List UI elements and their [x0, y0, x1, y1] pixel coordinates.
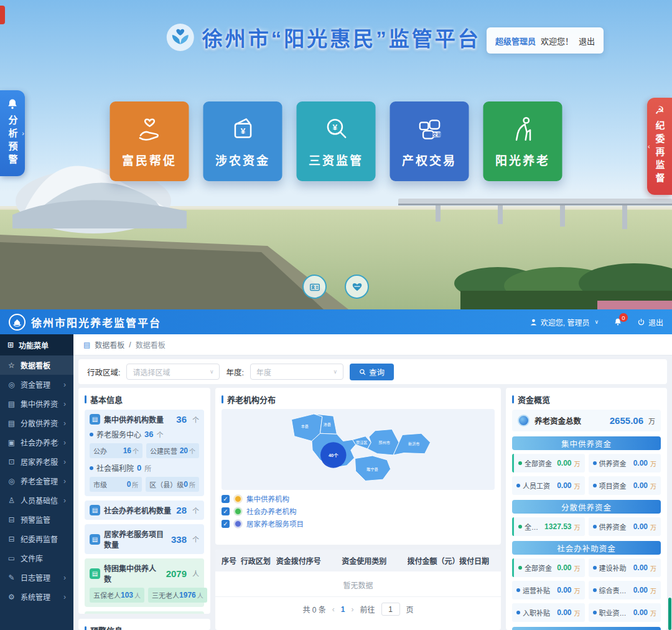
hero-title: 徐州市“阳光惠民”监管平台: [166, 22, 481, 52]
discipline-supervision-tab[interactable]: ☭ 纪委再监督: [647, 98, 672, 195]
hero-banner: 徐州市“阳光惠民”监管平台 超级管理员 欢迎您！ 退出 分析预警 ☭ 纪委再监督…: [0, 0, 672, 309]
hero-user-box: 超级管理员 欢迎您！ 退出: [487, 27, 604, 54]
notifications-button[interactable]: 0: [614, 317, 622, 326]
svg-text:交易: 交易: [432, 132, 441, 138]
sidebar-item-decentralized-funds[interactable]: ▤ 分散供养资金: [0, 413, 73, 433]
year-filter-label: 年度:: [226, 366, 243, 378]
card-centralized-institutions: ▤ 集中供养机构数量 36 个 养老服务中心 36 个 公办: [85, 410, 204, 496]
fund-item: 人员工资 0.00 万: [512, 476, 585, 495]
hero-logout-button[interactable]: 退出: [579, 35, 595, 47]
user-menu[interactable]: 欢迎您, 管理员: [530, 317, 599, 327]
table-header-row: 序号 行政区划 资金拨付序号 资金使用类别 拨付金额（元） 拨付日期: [215, 550, 501, 571]
breadcrumb-separator: /: [129, 341, 131, 349]
tile-label: 产权交易: [402, 151, 457, 168]
sidebar-item-home-care-projects[interactable]: ⊡ 居家养老服务项目: [0, 452, 73, 471]
legend-row-homecare: ✓ 居家养老服务项目: [222, 519, 495, 529]
funds-overview-title: 资金概览: [512, 393, 661, 405]
banner-homecare-subsidy-funds: 居家养老补助资金: [512, 627, 661, 630]
tile-shenong-zijin[interactable]: ¥ 涉农资金: [203, 101, 282, 181]
tile-label: 涉农资金: [215, 151, 270, 168]
warning-info-panel: 预警信息 预警总数 0 条 已处理: [78, 619, 210, 630]
stat-chip: 公办 16 个: [90, 443, 142, 458]
gear-icon: ⚙: [7, 593, 16, 601]
district-label: 丰县: [301, 424, 309, 429]
welcome-text: 欢迎您, 管理员: [541, 317, 590, 327]
district-label: 睢宁县: [366, 467, 378, 472]
chevron-right-icon: [63, 458, 66, 466]
map-legend: ✓ 集中供养机构 ✓ 社会办养老机构 ✓ 居家养老服务项目: [222, 494, 495, 529]
sidebar-item-funds-mgmt[interactable]: ◎ 资金管理: [0, 375, 73, 394]
coins-icon: ◎: [7, 477, 16, 486]
health-heart-button[interactable]: [345, 275, 369, 299]
tile-chanquan-jiaoyi[interactable]: 交易 产权交易: [390, 101, 469, 181]
sidebar-item-log-mgmt[interactable]: ✎ 日志管理: [0, 568, 73, 587]
district-label: 新沂市: [408, 441, 419, 446]
sidebar-item-centralized-funds[interactable]: ▤ 集中供养资金: [0, 394, 73, 413]
region-select[interactable]: 请选择区域: [126, 364, 220, 380]
chevron-right-icon: [63, 438, 66, 447]
tile-label: 富民帮促: [122, 151, 177, 168]
scrollbar-thumb[interactable]: [668, 598, 671, 630]
next-page-button[interactable]: ›: [352, 605, 354, 614]
doc-icon: ▤: [90, 505, 100, 515]
svg-text:¥: ¥: [240, 126, 245, 136]
tile-fumin-bangcu[interactable]: 富民帮促: [110, 101, 189, 181]
chevron-right-icon: [63, 400, 66, 408]
goto-label: 前往: [360, 604, 375, 614]
coin-globe-icon: [518, 415, 530, 426]
checkbox-checked[interactable]: ✓: [222, 495, 230, 503]
tile-yangguang-yanglao[interactable]: 阳光养老: [483, 101, 562, 181]
breadcrumb-root[interactable]: 数据看板: [95, 339, 124, 350]
sidebar-item-system-mgmt[interactable]: ⚙ 系统管理: [0, 587, 73, 606]
sidebar-item-dashboard[interactable]: ☆ 数据看板: [0, 355, 73, 375]
sidebar-item-personnel-info[interactable]: ♙ 人员基础信息: [0, 491, 73, 510]
building-icon: ▣: [7, 438, 16, 447]
sidebar-item-warning-supervision[interactable]: ⊟ 预警监管: [0, 510, 73, 529]
year-select[interactable]: 年度: [250, 364, 343, 380]
folder-icon: ▤: [7, 400, 16, 408]
breadcrumb: ▤ 数据看板 / 数据看板: [73, 334, 672, 355]
fund-item: 项目资金 0.00 万: [589, 476, 661, 495]
tile-sanzi-jianguan[interactable]: ¥ 三资监管: [297, 101, 376, 181]
dashboard-title: 徐州市阳光养老监管平台: [31, 314, 161, 330]
prev-page-button[interactable]: ‹: [332, 605, 335, 614]
institution-map-panel: 养老机构分布: [215, 388, 501, 545]
search-icon: [359, 369, 366, 375]
fund-allocation-table: 序号 行政区划 资金拨付序号 资金使用类别 拨付金额（元） 拨付日期 暂无数据 …: [215, 550, 501, 630]
hero-welcome-text: 欢迎您！: [541, 35, 573, 47]
doc-icon: ▤: [90, 568, 100, 579]
sidebar-item-pension-mgmt[interactable]: ◎ 养老金管理: [0, 471, 73, 491]
search-button[interactable]: 查询: [350, 364, 394, 380]
warning-info-title: 预警信息: [85, 624, 204, 630]
star-icon: ☆: [7, 361, 16, 370]
checkbox-checked[interactable]: ✓: [222, 520, 230, 528]
id-card-button[interactable]: [302, 275, 327, 299]
fund-item: 全部资金 1327.53 万: [512, 517, 585, 536]
party-emblem-icon: ☭: [655, 105, 664, 116]
menu-title: 功能菜单: [19, 340, 49, 350]
fund-item: 运营补贴 0.00 万: [512, 581, 585, 599]
chevron-right-icon: [63, 380, 66, 389]
dashboard-header: 徐州市阳光养老监管平台 欢迎您, 管理员 0 退出: [0, 309, 672, 334]
hero-username: 超级管理员: [495, 35, 536, 47]
page-number[interactable]: 1: [341, 605, 345, 614]
checkbox-checked[interactable]: ✓: [222, 507, 230, 515]
xuzhou-district-map[interactable]: 丰县 沛县 贾汪区 邳州市 新沂市 睢宁县 40个: [222, 409, 495, 490]
main-content: ▤ 数据看板 / 数据看板 行政区域: 请选择区域 年度: 年度 查询: [73, 334, 672, 630]
screen-icon: ⊟: [7, 535, 16, 543]
logout-button[interactable]: 退出: [637, 317, 663, 327]
archive-icon: ▭: [7, 554, 16, 563]
banner-decentralized-funds: 分散供养资金: [512, 500, 661, 514]
chevron-right-icon: [63, 477, 66, 486]
dashboard-logo-icon: [9, 314, 26, 331]
sidebar-item-file-library[interactable]: ▭ 文件库: [0, 548, 73, 568]
analysis-warning-label: 分析预警: [6, 115, 19, 167]
sidebar-item-discipline-supervision[interactable]: ⊟ 纪委再监督: [0, 529, 73, 548]
goto-page-input[interactable]: [381, 603, 400, 616]
analysis-warning-tab[interactable]: 分析预警: [0, 90, 25, 176]
magnifier-yuan-icon: ¥: [322, 115, 350, 143]
sidebar-menu-header: ⊞ 功能菜单: [0, 334, 73, 355]
sidebar-item-social-institutions[interactable]: ▣ 社会办养老机构: [0, 433, 73, 452]
fund-item: 供养资金 0.00 万: [589, 517, 661, 536]
pin-icon: [234, 507, 242, 515]
